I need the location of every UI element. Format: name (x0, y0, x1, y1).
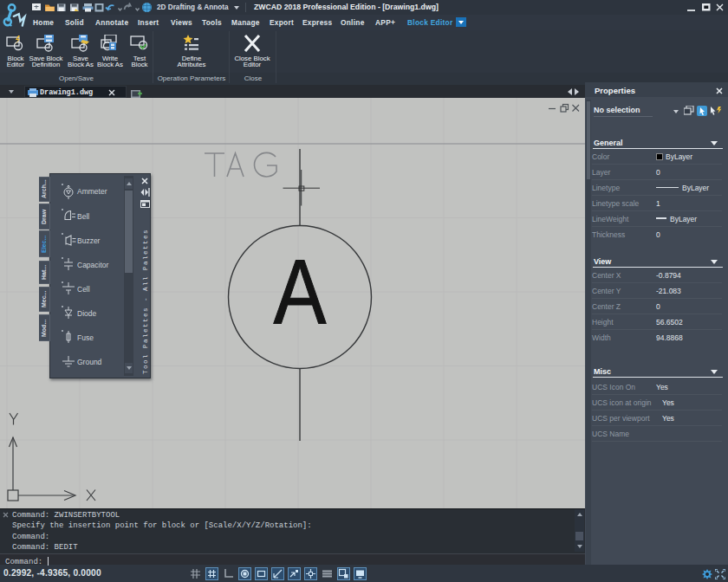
svg-text:Tool Palettes - All Palettes: Tool Palettes - All Palettes (142, 229, 149, 374)
svg-text:A: A (274, 240, 327, 342)
